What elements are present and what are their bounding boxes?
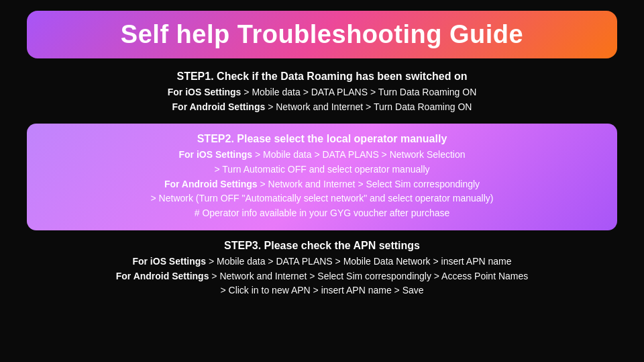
step3-line-1: For iOS Settings > Mobile data > DATA PL…: [27, 255, 617, 269]
step-block-2: STEP2. Please select the local operator …: [27, 124, 617, 230]
step2-line-5: # Operator info available in your GYG vo…: [43, 206, 601, 221]
step2-line-3-bold: For Android Settings: [164, 179, 258, 189]
step-block-3: STEP3. Please check the APN settingsFor …: [27, 240, 617, 298]
step1-line-1-bold: For iOS Settings: [168, 87, 241, 97]
step1-line-1: For iOS Settings > Mobile data > DATA PL…: [27, 85, 617, 100]
step3-line-2-bold: For Android Settings: [116, 271, 209, 281]
step1-title: STEP1. Check if the Data Roaming has bee…: [27, 71, 617, 83]
step1-line-2: For Android Settings > Network and Inter…: [27, 100, 617, 115]
step3-line-2: For Android Settings > Network and Inter…: [27, 269, 617, 284]
step3-title: STEP3. Please check the APN settings: [27, 240, 617, 252]
step-block-1: STEP1. Check if the Data Roaming has bee…: [27, 71, 617, 114]
title-banner: Self help Troubleshooting Guide: [27, 11, 617, 58]
step3-line-3: > Click in to new APN > insert APN name …: [27, 283, 617, 298]
step1-line-2-bold: For Android Settings: [172, 101, 266, 112]
step2-line-1-bold: For iOS Settings: [178, 149, 252, 160]
step2-line-3: For Android Settings > Network and Inter…: [43, 177, 601, 192]
page-title: Self help Troubleshooting Guide: [121, 20, 523, 48]
step2-title: STEP2. Please select the local operator …: [43, 133, 601, 145]
step2-line-1: For iOS Settings > Mobile data > DATA PL…: [43, 148, 601, 163]
step3-line-1-bold: For iOS Settings: [132, 256, 206, 267]
step2-line-2: > Turn Automatic OFF and select operator…: [43, 163, 601, 177]
step2-line-4: > Network (Turn OFF "Automatically selec…: [43, 191, 601, 206]
